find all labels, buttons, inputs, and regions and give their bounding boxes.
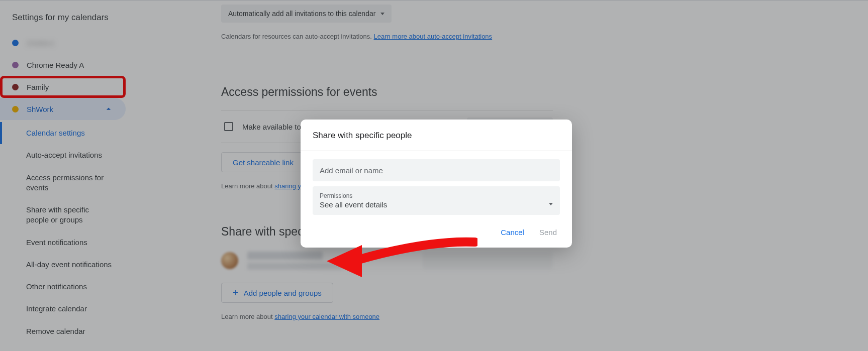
caret-down-icon bbox=[549, 203, 553, 205]
email-input[interactable]: Add email or name bbox=[313, 159, 560, 181]
email-placeholder: Add email or name bbox=[320, 166, 383, 175]
send-button: Send bbox=[539, 228, 557, 237]
permission-label: Permissions bbox=[320, 192, 553, 199]
permission-value: See all event details bbox=[320, 200, 387, 209]
cancel-button[interactable]: Cancel bbox=[501, 228, 524, 237]
dialog-actions: Cancel Send bbox=[313, 220, 560, 242]
share-dialog: Share with specific people Add email or … bbox=[301, 120, 572, 248]
dialog-title: Share with specific people bbox=[313, 131, 560, 151]
permission-dropdown[interactable]: Permissions See all event details bbox=[313, 186, 560, 215]
